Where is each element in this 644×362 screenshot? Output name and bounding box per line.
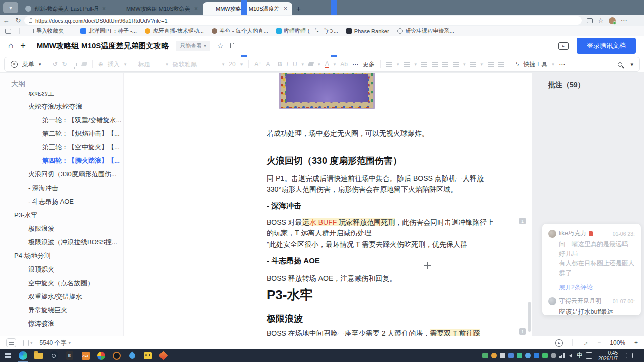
- browser-tab-2[interactable]: MMW攻略组 M10S救命美人图文攻 ×: [113, 2, 203, 15]
- more-button[interactable]: 更多: [363, 60, 375, 69]
- menu-button[interactable]: 菜单: [22, 60, 34, 69]
- paragraph-settings-icon[interactable]: [498, 62, 504, 67]
- outline-item[interactable]: 惊涛骇浪: [0, 317, 124, 330]
- search-icon[interactable]: [618, 62, 622, 67]
- tab3-close-icon[interactable]: ×: [283, 5, 288, 12]
- bookmark-douyu[interactable]: 斗鱼 - 每个人的直...: [212, 27, 268, 35]
- split-screen-icon[interactable]: [587, 18, 593, 23]
- indent-increase-icon[interactable]: [442, 62, 448, 67]
- present-play-icon[interactable]: ▸: [555, 339, 563, 347]
- outline-item-active[interactable]: 第四轮：【腾火踏浪】【...: [0, 154, 124, 167]
- taskbar-waterapp[interactable]: [124, 349, 140, 362]
- taskbar-epic[interactable]: E: [62, 349, 77, 362]
- bold-button[interactable]: B: [278, 61, 282, 68]
- expand-replies-link[interactable]: 展开2条评论: [559, 283, 635, 292]
- taskbar-edge[interactable]: [15, 349, 31, 362]
- undo-icon[interactable]: ↺: [53, 61, 58, 68]
- outline-item[interactable]: 双重旋水/交错旋水: [0, 290, 124, 303]
- toolbar-more-icon[interactable]: ⋯: [559, 61, 565, 68]
- bullet-list-icon[interactable]: [386, 62, 392, 67]
- browser-tab-1[interactable]: 创新-救命美人 Last Pull-压14三 ×: [21, 2, 111, 15]
- ime-mode-icon[interactable]: [586, 352, 592, 359]
- outline-item[interactable]: 火蛇夺浪/水蛇夺浪: [0, 100, 124, 113]
- highlight-button[interactable]: [308, 62, 314, 66]
- font-select[interactable]: 微软雅黑: [173, 60, 218, 69]
- columns-icon[interactable]: [488, 62, 494, 67]
- heading-select[interactable]: 标题: [138, 60, 161, 69]
- tray-icon[interactable]: [517, 353, 522, 358]
- quick-tools-button[interactable]: 快捷工具: [523, 60, 547, 69]
- taskbar-act[interactable]: ACT: [77, 349, 93, 362]
- doc-scrollbar[interactable]: [528, 302, 531, 332]
- notification-center-icon[interactable]: [626, 353, 633, 358]
- reading-list-icon[interactable]: [5, 29, 11, 34]
- taskbar-steam[interactable]: [46, 349, 62, 362]
- checklist-icon[interactable]: [421, 62, 427, 67]
- vertical-tabs-button[interactable]: ▾: [3, 2, 18, 13]
- outline-item[interactable]: 双蛇烈王: [0, 92, 124, 100]
- font-color-button[interactable]: A: [325, 61, 329, 68]
- font-size-up-button[interactable]: A⁺: [254, 61, 261, 68]
- line-spacing-icon[interactable]: [470, 62, 476, 67]
- present-mode-icon[interactable]: ▸: [558, 42, 569, 50]
- bookmark-beiyangyuan[interactable]: 北洋园PT：种子 -...: [80, 27, 137, 35]
- bookmark-graduate-system[interactable]: 研究生课程申请系...: [397, 27, 454, 35]
- tray-icon[interactable]: [542, 353, 548, 358]
- font-size-select[interactable]: 20: [229, 61, 235, 68]
- bookmark-bilibili[interactable]: 哔哩哔哩 ( ゜- ゜)つ...: [276, 27, 338, 35]
- outline-item[interactable]: 火浪回切（330度扇形范围伤...: [0, 167, 124, 181]
- refresh-icon[interactable]: ↻: [12, 17, 24, 24]
- ime-indicator[interactable]: 中: [577, 351, 583, 360]
- outline-item[interactable]: 空中旋火（点名放圈）: [0, 276, 124, 290]
- italic-button[interactable]: I: [287, 61, 288, 68]
- login-button[interactable]: 登录腾讯文档: [577, 38, 636, 54]
- tray-icon[interactable]: [482, 353, 488, 358]
- star-doc-icon[interactable]: ☆: [217, 42, 224, 50]
- browser-menu-icon[interactable]: ⋯: [621, 17, 627, 24]
- taskbar-flame[interactable]: [155, 349, 171, 362]
- insert-icon[interactable]: ⊕: [98, 61, 103, 68]
- new-doc-icon[interactable]: +: [20, 41, 26, 51]
- bookmark-huya[interactable]: 虎牙直播-技术驱动...: [145, 27, 204, 35]
- home-icon[interactable]: ⌂: [8, 41, 13, 51]
- page-icon[interactable]: [23, 340, 29, 346]
- tab1-close-icon[interactable]: ×: [101, 5, 107, 12]
- start-button[interactable]: [0, 349, 15, 362]
- outline-item[interactable]: 浪顶炽火: [0, 262, 124, 276]
- word-count[interactable]: 5540 个字: [40, 339, 67, 347]
- font-size-down-button[interactable]: A⁻: [266, 61, 273, 68]
- outline-item[interactable]: - 深海冲击: [0, 181, 124, 195]
- taskbar-launcher[interactable]: [109, 349, 124, 362]
- outline-item[interactable]: 第一轮：【双重/交错旋水...: [0, 113, 124, 127]
- eraser-icon[interactable]: [80, 62, 87, 66]
- favorite-star-icon[interactable]: ☆: [598, 17, 604, 24]
- outline-item[interactable]: 极限浪波（冲浪拉线BOSS撞...: [0, 235, 124, 249]
- tray-icon[interactable]: [508, 353, 514, 358]
- taskbar-explorer[interactable]: [31, 349, 46, 362]
- format-painter-icon[interactable]: [72, 63, 77, 66]
- comment-thread-card[interactable]: like巧克力 01-06 23: 问一嘴这里真的是最远吗 好几局 有人都在目标…: [542, 224, 641, 315]
- fullscreen-icon[interactable]: ↔: [580, 338, 590, 348]
- new-tab-button[interactable]: +: [296, 4, 301, 13]
- outline-item[interactable]: 极限浪波: [0, 222, 124, 235]
- browser-tab-active[interactable]: MMW攻略组 M10S温度差兄弟图文 ×: [203, 2, 292, 15]
- tray-icon[interactable]: [525, 353, 531, 358]
- zoom-out-button[interactable]: −: [597, 339, 601, 346]
- comment-marker[interactable]: 1: [519, 218, 526, 224]
- comment-marker[interactable]: 1: [519, 328, 526, 335]
- permission-badge[interactable]: 只能查看▾: [176, 41, 210, 51]
- bookmark-phase-ranker[interactable]: Phase Ranker: [346, 28, 389, 34]
- document-canvas[interactable]: 若成功处理，场中必定无火圈，可以无视火球爆炸。 火浪回切（330 度扇形范围伤害…: [124, 73, 532, 336]
- tray-icon[interactable]: [491, 353, 497, 358]
- outline-item[interactable]: 第二轮：【炽焰冲击】【...: [0, 127, 124, 140]
- numbered-list-icon[interactable]: [404, 62, 410, 67]
- redo-icon[interactable]: ↻: [62, 61, 67, 68]
- menu-icon[interactable]: ≡: [11, 61, 18, 68]
- outline-item[interactable]: 异常旋绕巨火: [0, 303, 124, 317]
- outline-item[interactable]: P4-场地分割: [0, 249, 124, 262]
- indent-decrease-icon[interactable]: [432, 62, 438, 67]
- wifi-icon[interactable]: [559, 353, 566, 358]
- tray-icon[interactable]: [551, 353, 556, 358]
- bluetooth-icon[interactable]: [534, 353, 539, 358]
- bookmark-import[interactable]: 导入收藏夹: [28, 27, 64, 35]
